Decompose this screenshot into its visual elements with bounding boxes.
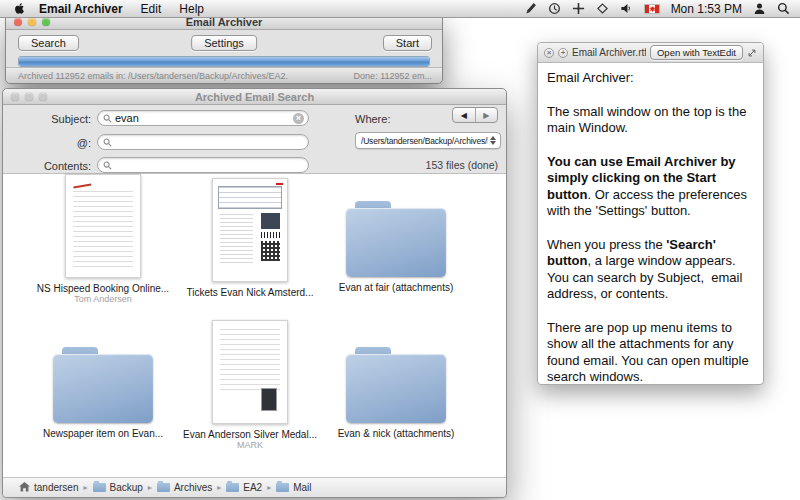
file-browser: NS Hispeed Booking Online...Tom Andersen… (3, 173, 506, 477)
menu-email-archiver[interactable]: Email Archiver (39, 2, 123, 16)
path-item-tandersen[interactable]: tandersen (19, 482, 78, 494)
progress-fill (19, 57, 429, 66)
canada-flag-icon[interactable] (644, 4, 660, 14)
path-separator-icon: ▸ (267, 483, 271, 492)
path-item-mail[interactable]: Mail (276, 482, 311, 493)
settings-button[interactable]: Settings (191, 35, 257, 51)
file-item-sublabel: Tom Andersen (74, 294, 132, 304)
minimize-button[interactable] (25, 93, 33, 101)
path-item-ea2[interactable]: EA2 (226, 482, 262, 493)
where-label: Where: (355, 113, 390, 125)
folder-icon (346, 178, 446, 277)
paragraph: When you press the 'Search' button, a la… (547, 237, 754, 303)
path-item-archives[interactable]: Archives (157, 482, 212, 493)
contents-search-field[interactable] (97, 157, 309, 173)
move-icon[interactable] (572, 2, 585, 15)
file-item-label: NS Hispeed Booking Online... (37, 283, 169, 294)
folder-icon (53, 324, 153, 423)
file-count: 153 files (done) (426, 159, 498, 171)
path-separator-icon: ▸ (148, 483, 152, 492)
progress-bar (18, 56, 430, 67)
back-button[interactable]: ◀ (453, 108, 476, 122)
file-item[interactable]: Tickets Evan Nick Amsterd... (175, 178, 325, 304)
fullscreen-icon[interactable] (747, 44, 757, 62)
open-with-textedit-button[interactable]: Open with TextEdit (650, 45, 743, 60)
zoom-button[interactable] (42, 18, 50, 26)
file-item-label: Newspaper item on Evan... (43, 428, 163, 439)
pen-icon[interactable] (524, 2, 537, 15)
close-button[interactable] (11, 93, 19, 101)
app-menus: Email ArchiverEditHelp (39, 2, 204, 16)
start-button[interactable]: Start (383, 35, 432, 51)
path-separator-icon: ▸ (83, 483, 87, 492)
status-text-right: Done: 112952 em... (354, 71, 432, 81)
archived-email-search-window: Archived Email Search Subject: evan × @:… (2, 88, 507, 498)
folder-icon (93, 483, 106, 492)
clear-search-icon[interactable]: × (293, 113, 304, 124)
search-controls: Subject: evan × @: Contents: Where: /Use… (3, 105, 506, 173)
close-button[interactable] (14, 18, 22, 26)
file-item[interactable]: NS Hispeed Booking Online...Tom Andersen (28, 178, 178, 304)
folder-icon (157, 483, 170, 492)
paragraph: You can use Email Archiver by simply cli… (547, 154, 754, 220)
apple-menu-icon[interactable] (14, 2, 25, 15)
contents-label: Contents: (7, 160, 91, 172)
file-item-sublabel: MARK (237, 440, 263, 450)
file-item-label: Evan at fair (attachments) (339, 282, 454, 293)
quicklook-titlebar[interactable]: × + Email Archiver.rtf Open with TextEdi… (538, 43, 763, 63)
where-popup[interactable]: /Users/tandersen/Backup/Archives/EA2/Mai… (355, 132, 501, 149)
minimize-button[interactable] (28, 18, 36, 26)
window-controls (11, 93, 47, 101)
search-button[interactable]: Search (18, 35, 79, 51)
search-window-titlebar[interactable]: Archived Email Search (3, 89, 506, 105)
magnifier-icon (103, 161, 112, 170)
close-icon[interactable]: × (544, 48, 554, 58)
status-bar: Archived 112952 emails in: /Users/tander… (6, 67, 442, 83)
quicklook-content: Email Archiver:The small window on the t… (538, 63, 763, 410)
magnifier-icon (103, 114, 112, 123)
address-label: @: (7, 137, 91, 149)
history-nav-control: ◀ ▶ (452, 107, 498, 123)
file-item[interactable]: Newspaper item on Evan... (28, 324, 178, 450)
folder-icon (276, 483, 289, 492)
path-item-backup[interactable]: Backup (93, 482, 143, 493)
window-title: Archived Email Search (3, 91, 506, 103)
file-item[interactable]: Evan Anderson Silver Medal...MARK (175, 324, 325, 450)
menu-bar-status-area: Mon 1:53 PM (524, 2, 800, 16)
path-bar: tandersen▸Backup▸Archives▸EA2▸Mail (3, 477, 506, 497)
subject-search-field[interactable]: evan × (97, 110, 309, 126)
file-item-label: Evan & nick (attachments) (338, 428, 455, 439)
path-separator-icon: ▸ (217, 483, 221, 492)
spotlight-icon[interactable] (777, 2, 790, 15)
document-icon (212, 320, 288, 424)
file-item-label: Evan Anderson Silver Medal... (183, 429, 317, 440)
timemachine-icon[interactable] (548, 2, 561, 15)
zoom-icon[interactable]: + (558, 48, 568, 58)
forward-button[interactable]: ▶ (476, 108, 498, 122)
paragraph: There are pop up menu items to show all … (547, 320, 754, 386)
zoom-button[interactable] (39, 93, 47, 101)
address-search-field[interactable] (97, 134, 309, 150)
subject-search-value: evan (115, 112, 293, 124)
folder-icon (346, 324, 446, 423)
shape-icon[interactable] (596, 2, 609, 15)
where-popup-value: /Users/tandersen/Backup/Archives/EA2/Mai… (361, 136, 488, 146)
menu-edit[interactable]: Edit (141, 2, 162, 16)
menu-bar-clock[interactable]: Mon 1:53 PM (671, 2, 742, 16)
paragraph: Email Archiver: (547, 70, 754, 87)
window-controls (14, 18, 50, 26)
menu-bar: Email ArchiverEditHelp Mon 1:53 PM (0, 0, 800, 18)
file-item[interactable]: Evan at fair (attachments) (321, 178, 471, 304)
menu-help[interactable]: Help (179, 2, 204, 16)
user-icon[interactable] (753, 2, 766, 15)
document-icon (212, 178, 288, 282)
magnifier-icon (103, 138, 112, 147)
email-archiver-window: Email Archiver Search Settings Start Arc… (5, 13, 443, 84)
quicklook-title: Email Archiver.rtf (572, 47, 646, 58)
home-icon (19, 482, 30, 494)
file-item[interactable]: Evan & nick (attachments) (321, 324, 471, 450)
quicklook-window: × + Email Archiver.rtf Open with TextEdi… (537, 42, 764, 385)
subject-label: Subject: (7, 113, 91, 125)
folder-icon (226, 483, 239, 492)
volume-icon[interactable] (620, 2, 633, 15)
